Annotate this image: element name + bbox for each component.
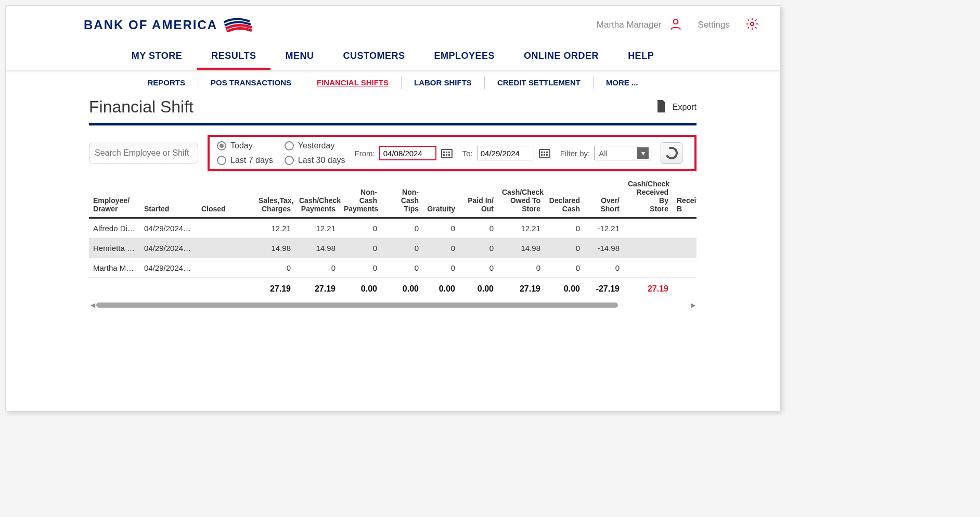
calendar-icon[interactable] xyxy=(441,147,453,159)
cell-noncashtips: 0 xyxy=(381,238,423,258)
filter-by-value: All xyxy=(599,149,608,158)
calendar-icon[interactable] xyxy=(538,147,551,159)
col-employee[interactable]: Employee/Drawer xyxy=(89,178,140,218)
svg-point-0 xyxy=(673,19,678,24)
subnav-credit-settlement[interactable]: CREDIT SETTLEMENT xyxy=(485,76,594,89)
col-gratuity[interactable]: Gratuity xyxy=(423,178,459,218)
filter-by-group: Filter by: All ▾ xyxy=(560,146,652,160)
cell-sales: 0 xyxy=(254,258,295,278)
date-range-radios: Today Yesterday Last 7 days Last 30 days xyxy=(217,141,345,165)
export-button[interactable]: Export xyxy=(656,100,697,115)
radio-dot-icon xyxy=(217,156,226,165)
export-label: Export xyxy=(673,103,697,112)
user-name[interactable]: Martha Manager xyxy=(597,17,682,33)
col-cash-payments[interactable]: Cash/CheckPayments xyxy=(295,178,340,218)
cell-sales: 12.21 xyxy=(254,218,295,238)
total-gratuity: 0.00 xyxy=(423,278,459,300)
cell-gratuity: 0 xyxy=(423,258,459,278)
from-label: From: xyxy=(355,149,375,158)
subnav-more[interactable]: MORE ... xyxy=(594,76,651,89)
cell-owed: 14.98 xyxy=(498,238,545,258)
cell-overshort: 0 xyxy=(584,258,624,278)
table-row[interactable]: Henrietta Hoste 04/29/2024 09:… 14.98 14… xyxy=(89,238,697,258)
svg-rect-4 xyxy=(446,152,447,153)
cell-paidinout: 0 xyxy=(459,258,498,278)
radio-last-7-days[interactable]: Last 7 days xyxy=(217,156,273,165)
scroll-right-icon[interactable]: ▶ xyxy=(689,301,697,308)
nav-employees[interactable]: EMPLOYEES xyxy=(420,44,510,70)
col-noncash-tips[interactable]: Non-CashTips xyxy=(381,178,423,218)
subnav-pos-transactions[interactable]: POS TRANSACTIONS xyxy=(198,76,304,89)
cell-receivedb xyxy=(673,238,697,258)
cell-sales: 14.98 xyxy=(254,238,295,258)
cell-started: 04/29/2024 09:… xyxy=(140,258,197,278)
col-paidinout[interactable]: Paid In/Out xyxy=(459,178,498,218)
radio-dot-icon xyxy=(217,141,226,150)
col-closed[interactable]: Closed xyxy=(197,178,254,218)
cell-gratuity: 0 xyxy=(423,218,459,238)
cell-received xyxy=(624,238,673,258)
nav-menu[interactable]: MENU xyxy=(270,44,328,70)
subnav-labor-shifts[interactable]: LABOR SHIFTS xyxy=(402,76,485,89)
to-date-input[interactable] xyxy=(477,146,534,160)
cell-noncashpay: 0 xyxy=(340,258,381,278)
total-overshort: -27.19 xyxy=(584,278,624,300)
brand-logo: BANK OF AMERICA xyxy=(84,16,252,34)
col-received-b[interactable]: Received B xyxy=(673,178,697,218)
refresh-button[interactable] xyxy=(661,142,682,164)
cell-noncashtips: 0 xyxy=(381,218,423,238)
nav-my-store[interactable]: MY STORE xyxy=(117,44,197,70)
col-sales[interactable]: Sales,Tax,Charges xyxy=(254,178,295,218)
col-noncash-payments[interactable]: Non-CashPayments xyxy=(340,178,381,218)
col-started[interactable]: Started xyxy=(140,178,197,218)
table-row[interactable]: Martha Manage 04/29/2024 09:… 0 0 0 0 0 … xyxy=(89,258,697,278)
to-date-group: To: xyxy=(462,146,551,160)
filter-by-label: Filter by: xyxy=(560,149,590,158)
table-wrap: ☚ Employee/Drawer Started Closed Sales,T… xyxy=(89,178,697,308)
brand-text: BANK OF AMERICA xyxy=(84,18,217,32)
col-overshort[interactable]: Over/Short xyxy=(584,178,624,218)
col-declared[interactable]: DeclaredCash xyxy=(545,178,584,218)
radio-label: Last 30 days xyxy=(298,156,345,165)
total-cashpay: 27.19 xyxy=(295,278,340,300)
scroll-track[interactable] xyxy=(96,302,689,308)
gear-icon[interactable] xyxy=(745,17,759,33)
nav-online-order[interactable]: ONLINE ORDER xyxy=(509,44,613,70)
radio-last-30-days[interactable]: Last 30 days xyxy=(285,156,345,165)
cell-closed xyxy=(197,258,254,278)
nav-results[interactable]: RESULTS xyxy=(197,44,270,70)
cell-employee: Martha Manage xyxy=(89,258,140,278)
subnav-financial-shifts[interactable]: FINANCIAL SHIFTS xyxy=(304,76,402,89)
nav-help[interactable]: HELP xyxy=(613,44,668,70)
cell-cashpay: 14.98 xyxy=(295,238,340,258)
from-date-input[interactable] xyxy=(379,146,436,160)
radio-yesterday[interactable]: Yesterday xyxy=(285,141,345,150)
app-window: BANK OF AMERICA Martha Manager Se xyxy=(5,5,780,411)
subnav-reports[interactable]: REPORTS xyxy=(135,76,198,89)
settings-link[interactable]: Settings xyxy=(698,20,730,30)
filter-by-select[interactable]: All ▾ xyxy=(594,146,651,160)
scroll-left-icon[interactable]: ◀ xyxy=(89,301,96,308)
cell-owed: 0 xyxy=(498,258,545,278)
user-name-label: Martha Manager xyxy=(597,20,662,30)
svg-rect-8 xyxy=(448,154,450,156)
cell-receivedb xyxy=(673,258,697,278)
col-received[interactable]: Cash/CheckReceived ByStore xyxy=(624,178,673,218)
svg-rect-14 xyxy=(544,154,545,156)
from-date-group: From: xyxy=(355,146,453,160)
cell-closed xyxy=(197,218,254,238)
horizontal-scrollbar[interactable]: ◀ ▶ xyxy=(89,302,697,308)
user-area: Martha Manager Settings xyxy=(597,17,759,33)
radio-today[interactable]: Today xyxy=(217,141,273,150)
shifts-table: Employee/Drawer Started Closed Sales,Tax… xyxy=(89,178,697,300)
col-owed[interactable]: Cash/CheckOwed ToStore xyxy=(498,178,545,218)
cell-declared: 0 xyxy=(545,218,584,238)
header: BANK OF AMERICA Martha Manager Se xyxy=(6,6,780,39)
cell-overshort: -12.21 xyxy=(584,218,624,238)
nav-customers[interactable]: CUSTOMERS xyxy=(328,44,419,70)
svg-rect-12 xyxy=(546,152,548,153)
search-input[interactable] xyxy=(89,143,198,163)
cell-cashpay: 12.21 xyxy=(295,218,340,238)
scroll-thumb[interactable] xyxy=(96,302,618,308)
table-row[interactable]: Alfredo Diego, : 04/29/2024 01:… 12.21 1… xyxy=(89,218,697,238)
